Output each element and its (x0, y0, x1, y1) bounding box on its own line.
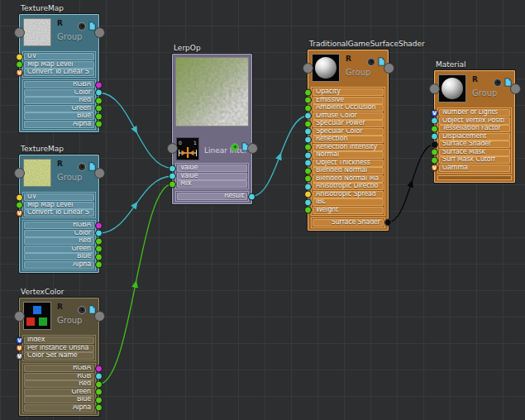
output-port[interactable] (95, 81, 103, 88)
left-connector-dot[interactable] (167, 143, 178, 154)
input-port[interactable] (431, 125, 438, 132)
input-port[interactable] (169, 180, 176, 188)
input-port[interactable] (431, 156, 438, 164)
output-port[interactable] (95, 246, 103, 253)
left-connector-dot[interactable] (303, 63, 313, 74)
left-connector-dot[interactable] (14, 311, 25, 322)
connection-edge[interactable] (99, 184, 173, 384)
right-connector-dot[interactable] (94, 27, 105, 38)
input-port[interactable] (304, 207, 312, 214)
node-traditionalgamesurfaceshader[interactable]: TraditionalGameSurfaceShaderRGroupOpacit… (308, 50, 389, 231)
input-port[interactable]: V (16, 336, 23, 344)
output-port[interactable] (95, 365, 103, 372)
input-port[interactable]: V (16, 209, 23, 217)
record-circle-icon[interactable] (78, 163, 86, 171)
node-input-row: Reflection (313, 136, 384, 143)
node-header: 01Linear Inter (173, 136, 251, 162)
input-label: Blended Normal Ma (313, 176, 383, 182)
input-port[interactable] (304, 191, 312, 198)
sphere-preview (441, 78, 463, 99)
input-port[interactable] (431, 141, 438, 148)
output-port[interactable] (95, 261, 103, 269)
node-output-row: Alpha (24, 121, 94, 128)
right-connector-dot[interactable] (384, 63, 394, 74)
record-circle-icon[interactable] (78, 22, 86, 31)
right-connector-dot[interactable] (94, 168, 105, 179)
right-connector-dot[interactable] (94, 311, 105, 322)
node-output-row: Red (24, 380, 94, 388)
output-port[interactable] (384, 219, 392, 227)
input-label: Weight (313, 208, 383, 213)
left-connector-dot[interactable] (14, 168, 25, 179)
input-port[interactable] (304, 167, 312, 174)
node-canvas[interactable]: TextureMapRGroupUVMip Map LevelVConvert … (0, 0, 525, 420)
input-port[interactable]: V (16, 352, 23, 360)
record-circle-icon[interactable] (78, 306, 86, 314)
output-port[interactable] (95, 389, 103, 396)
output-port[interactable] (95, 253, 103, 260)
input-port[interactable] (304, 120, 312, 127)
input-port[interactable] (304, 151, 312, 159)
connection-edge[interactable] (389, 145, 435, 223)
node-lerpop[interactable]: LerpOp01Linear InterValueValueMixResult (172, 54, 252, 204)
output-port[interactable] (95, 89, 103, 97)
node-thumbnail (23, 159, 51, 187)
output-port[interactable] (95, 121, 103, 128)
value-badge-letter: V (17, 346, 22, 351)
input-port[interactable] (304, 112, 312, 120)
output-port[interactable] (95, 222, 103, 229)
input-port[interactable]: V (431, 109, 438, 117)
node-texturemap-2[interactable]: TextureMapRGroupUVMip Map LevelVConvert … (19, 155, 99, 273)
node-vertexcolor[interactable]: VertexColorRGroupVIndexVPer Instance Uns… (19, 298, 99, 416)
input-port[interactable] (16, 202, 23, 209)
output-port[interactable] (95, 396, 103, 403)
input-port[interactable] (304, 136, 312, 143)
input-port[interactable]: V (431, 165, 438, 172)
input-port[interactable] (304, 104, 312, 112)
record-circle-icon[interactable] (494, 79, 502, 87)
connection-edge[interactable] (99, 93, 173, 169)
connection-edge[interactable] (252, 116, 308, 197)
input-port[interactable] (16, 61, 23, 69)
input-port[interactable] (16, 53, 23, 60)
input-port[interactable] (431, 117, 438, 125)
node-input-row: Value (177, 173, 247, 180)
output-port[interactable] (95, 97, 103, 104)
input-port[interactable] (304, 198, 312, 206)
output-port[interactable] (95, 237, 103, 245)
input-label: Emissive (313, 98, 383, 103)
record-circle-icon[interactable] (231, 143, 239, 151)
input-port[interactable] (169, 173, 176, 180)
output-port[interactable] (95, 230, 103, 237)
output-port[interactable] (248, 193, 255, 200)
input-port[interactable] (431, 133, 438, 141)
node-material[interactable]: MaterialRGroupVNumber of LightsObject Ve… (434, 70, 515, 183)
output-port[interactable] (95, 105, 103, 112)
input-port[interactable] (169, 165, 176, 172)
input-port[interactable]: V (16, 69, 23, 76)
input-port[interactable] (304, 88, 312, 96)
output-label: RGBA (25, 222, 93, 228)
output-port[interactable] (95, 404, 103, 412)
left-connector-dot[interactable] (14, 27, 25, 38)
output-port[interactable] (95, 112, 103, 120)
right-connector-dot[interactable] (510, 84, 521, 94)
connection-edge[interactable] (99, 176, 173, 233)
node-texturemap-1[interactable]: TextureMapRGroupUVMip Map LevelVConvert … (19, 14, 99, 132)
input-port[interactable] (431, 149, 438, 156)
input-port[interactable] (304, 160, 312, 167)
record-circle-icon[interactable] (367, 58, 375, 66)
node-input-row: UV (24, 53, 94, 60)
input-port[interactable]: V (16, 345, 23, 352)
left-connector-dot[interactable] (429, 84, 440, 94)
outputs-section: RGBARGBRedGreenBlueAlpha (22, 363, 96, 413)
right-connector-dot[interactable] (247, 143, 258, 154)
input-port[interactable] (16, 193, 23, 201)
input-port[interactable] (304, 144, 312, 151)
input-port[interactable] (304, 175, 312, 183)
output-port[interactable] (95, 380, 103, 388)
input-port[interactable] (304, 183, 312, 190)
output-port[interactable] (95, 373, 103, 380)
input-port[interactable] (304, 128, 312, 136)
input-port[interactable] (304, 97, 312, 104)
